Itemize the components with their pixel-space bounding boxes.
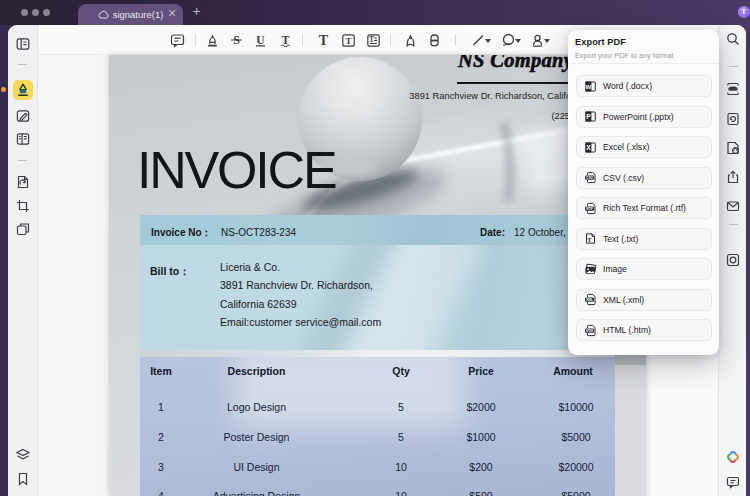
svg-text:HTM: HTM bbox=[586, 328, 593, 332]
svg-text:RTF: RTF bbox=[586, 206, 593, 210]
svg-text:T: T bbox=[369, 35, 374, 44]
svg-text:T: T bbox=[319, 33, 329, 48]
svg-text:U: U bbox=[256, 34, 265, 46]
svg-text:T: T bbox=[587, 236, 592, 243]
svg-text:XML: XML bbox=[586, 298, 593, 302]
svg-text:W: W bbox=[585, 84, 591, 90]
svg-text:P: P bbox=[586, 113, 591, 120]
svg-text:T: T bbox=[345, 36, 351, 46]
svg-text:CSV: CSV bbox=[586, 176, 594, 180]
svg-text:OCR: OCR bbox=[730, 87, 736, 91]
svg-text:T: T bbox=[282, 34, 290, 46]
svg-text:X: X bbox=[586, 144, 591, 151]
